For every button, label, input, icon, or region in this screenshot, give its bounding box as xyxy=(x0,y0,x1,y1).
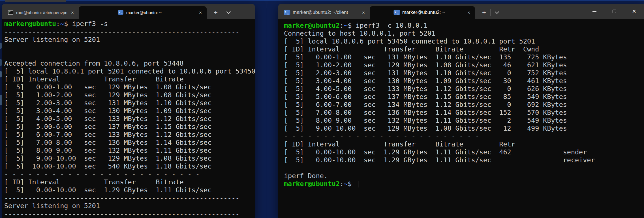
chevron-down-icon xyxy=(495,10,499,14)
terminal-text: ----------------------------------------… xyxy=(4,28,239,36)
terminal-text: $ iperf3 -c 10.8.0.1 xyxy=(348,21,427,29)
terminal-text: marker@ubuntu xyxy=(4,20,56,28)
terminal-line: [ 5] 8.00-9.00 sec 132 MBytes 1.11 Gbits… xyxy=(284,116,644,124)
terminal-text: $ iperf3 -s xyxy=(64,20,108,28)
tab-title: marker@ubuntu2: ~ xyxy=(402,10,445,15)
powershell-icon: › xyxy=(118,10,123,15)
terminal-text: [ ID] Interval Transfer Bitrate xyxy=(4,178,184,186)
terminal-line: ----------------------------------------… xyxy=(4,194,255,202)
terminal-text: [ 5] 10.00-10.00 sec 540 KBytes 1.18 Gbi… xyxy=(4,162,211,170)
maximize-icon xyxy=(613,10,616,13)
terminal-text: [ 5] 0.00-1.00 sec 131 MBytes 1.10 Gbits… xyxy=(284,53,567,61)
terminal-line: [ 5] 8.00-9.00 sec 132 MBytes 1.11 Gbits… xyxy=(4,146,255,154)
terminal-text: Connecting to host 10.8.0.1, port 5201 xyxy=(284,29,435,37)
terminal-line: Server listening on 5201 xyxy=(4,36,255,44)
terminal-text: [ ID] Interval Transfer Bitrate Retr Cwn… xyxy=(284,45,539,53)
tab-marker-ubuntu2-client[interactable]: ›marker@ubuntu2: ~/client× xyxy=(281,6,370,19)
terminal-window-server: ›_root@ubuntu: /etc/openvpn×›marker@ubun… xyxy=(2,4,255,218)
terminal-line: [ 5] 6.00-7.00 sec 134 MBytes 1.12 Gbits… xyxy=(284,101,644,109)
terminal-text: [ 5] 6.00-7.00 sec 133 MBytes 1.12 Gbits… xyxy=(4,131,211,139)
terminal-line: [ 5] 2.00-3.00 sec 131 MBytes 1.10 Gbits… xyxy=(4,99,255,107)
tab-marker-ubuntu2-[interactable]: ›marker@ubuntu2: ~× xyxy=(370,6,475,19)
tabbar-divider xyxy=(222,9,222,16)
terminal-line: [ ID] Interval Transfer Bitrate Retr xyxy=(284,140,644,148)
terminal-output-server[interactable]: marker@ubuntu:~$ iperf3 -s--------------… xyxy=(2,19,255,218)
terminal-text: [ 5] 7.00-8.00 sec 136 MBytes 1.14 Gbits… xyxy=(4,139,211,146)
tab-close-button[interactable]: × xyxy=(466,10,471,15)
terminal-text: [ 5] 0.00-10.00 sec 1.29 GBytes 1.11 Gbi… xyxy=(284,156,595,164)
terminal-line: [ 5] 9.00-10.00 sec 129 MBytes 1.08 Gbit… xyxy=(4,154,255,162)
terminal-text: [ 5] local 10.8.0.1 port 5201 connected … xyxy=(4,67,255,75)
powershell-icon: › xyxy=(284,10,290,15)
terminal-text: [ 5] 4.00-5.00 sec 133 MBytes 1.12 Gbits… xyxy=(284,85,567,93)
terminal-line: [ 5] 7.00-8.00 sec 136 MBytes 1.14 Gbits… xyxy=(4,139,255,146)
terminal-text: [ ID] Interval Transfer Bitrate Retr xyxy=(284,140,515,148)
tab-dropdown-button[interactable] xyxy=(223,6,234,19)
terminal-text: ----------------------------------------… xyxy=(4,194,239,202)
terminal-line: [ 5] 4.00-5.00 sec 133 MBytes 1.12 Gbits… xyxy=(4,115,255,123)
powershell-icon: › xyxy=(394,10,400,15)
tab-close-button[interactable]: × xyxy=(198,10,203,15)
terminal-line: [ 5] 3.00-4.00 sec 130 MBytes 1.09 Gbits… xyxy=(284,77,644,85)
terminal-output-client[interactable]: marker@ubuntu2:~$ iperf3 -c 10.8.0.1Conn… xyxy=(278,19,644,218)
terminal-text: [ 5] 7.00-8.00 sec 136 MBytes 1.14 Gbits… xyxy=(284,109,567,116)
terminal-line: ----------------------------------------… xyxy=(4,44,255,51)
tab-close-button[interactable]: × xyxy=(70,10,75,15)
terminal-line: [ ID] Interval Transfer Bitrate Retr Cwn… xyxy=(284,45,644,53)
terminal-text: ~ xyxy=(344,180,348,188)
terminal-text: [ 5] 6.00-7.00 sec 134 MBytes 1.12 Gbits… xyxy=(284,101,567,109)
terminal-window-client: ›marker@ubuntu2: ~/client×›marker@ubuntu… xyxy=(278,4,644,218)
terminal-line: [ 5] local 10.8.0.1 port 5201 connected … xyxy=(4,67,255,75)
terminal-text: : xyxy=(340,180,344,188)
terminal-line: [ 5] 1.00-2.00 sec 129 MBytes 1.08 Gbits… xyxy=(284,61,644,69)
terminal-line: [ 5] 2.00-3.00 sec 131 MBytes 1.10 Gbits… xyxy=(284,69,644,77)
terminal-line xyxy=(284,164,644,172)
terminal-text: [ 5] 1.00-2.00 sec 129 MBytes 1.08 Gbits… xyxy=(4,91,211,99)
terminal-line: [ 5] 6.00-7.00 sec 133 MBytes 1.12 Gbits… xyxy=(4,131,255,139)
terminal-line: Server listening on 5201 xyxy=(4,202,255,210)
terminal-text: [ 5] 8.00-9.00 sec 132 MBytes 1.11 Gbits… xyxy=(284,116,567,124)
terminal-text: $ xyxy=(348,180,356,188)
tab-dropdown-button[interactable] xyxy=(492,6,502,19)
terminal-line: [ 5] 7.00-8.00 sec 136 MBytes 1.14 Gbits… xyxy=(284,109,644,116)
terminal-text: marker@ubuntu2 xyxy=(284,180,340,188)
tab-marker-ubuntu-[interactable]: ›marker@ubuntu: ~× xyxy=(79,6,207,19)
terminal-line: [ 5] 9.00-10.00 sec 129 MBytes 1.08 Gbit… xyxy=(284,124,644,132)
terminal-line: marker@ubuntu:~$ iperf3 -s xyxy=(4,20,255,28)
tab-title: marker@ubuntu: ~ xyxy=(126,10,162,15)
terminal-line: [ 5] 0.00-10.00 sec 1.29 GBytes 1.11 Gbi… xyxy=(284,148,644,156)
terminal-text: ----------------------------------------… xyxy=(4,210,239,218)
terminal-text: - - - - - - - - - - - - - - - - - - - - … xyxy=(284,132,479,140)
terminal-line: ----------------------------------------… xyxy=(4,210,255,218)
terminal-text: [ 5] 0.00-1.00 sec 129 MBytes 1.08 Gbits… xyxy=(4,83,211,91)
tab-close-button[interactable]: × xyxy=(361,10,366,15)
terminal-text: marker@ubuntu2 xyxy=(284,21,340,29)
terminal-text: [ 5] 4.00-5.00 sec 133 MBytes 1.12 Gbits… xyxy=(4,115,211,123)
terminal-text: [ 5] 5.00-6.00 sec 137 MBytes 1.15 Gbits… xyxy=(284,93,567,101)
terminal-text: ----------------------------------------… xyxy=(4,44,239,51)
terminal-text: [ ID] Interval Transfer Bitrate xyxy=(4,75,184,83)
terminal-line: [ 5] local 10.8.0.6 port 53450 connected… xyxy=(284,37,644,45)
tab-strip: ›marker@ubuntu2: ~/client×›marker@ubuntu… xyxy=(281,4,475,19)
terminal-line: [ 5] 10.00-10.00 sec 540 KBytes 1.18 Gbi… xyxy=(4,162,255,170)
terminal-bash-icon: ›_ xyxy=(8,10,13,15)
terminal-line: marker@ubuntu2:~$ iperf3 -c 10.8.0.1 xyxy=(284,21,644,29)
terminal-text: [ 5] 1.00-2.00 sec 129 MBytes 1.08 Gbits… xyxy=(284,61,567,69)
terminal-line: [ 5] 0.00-10.00 sec 1.29 GBytes 1.11 Gbi… xyxy=(4,186,255,194)
maximize-button[interactable] xyxy=(604,4,624,19)
terminal-line: ----------------------------------------… xyxy=(4,28,255,36)
tab-root-ubuntu-etc-openvpn[interactable]: ›_root@ubuntu: /etc/openvpn× xyxy=(4,6,79,19)
minimize-icon xyxy=(592,11,596,12)
terminal-text: [ 5] 9.00-10.00 sec 129 MBytes 1.08 Gbit… xyxy=(284,124,567,132)
terminal-cursor xyxy=(358,181,358,187)
terminal-text: [ 5] 2.00-3.00 sec 131 MBytes 1.10 Gbits… xyxy=(284,69,567,77)
minimize-button[interactable] xyxy=(585,4,604,19)
terminal-line: [ 5] 0.00-1.00 sec 131 MBytes 1.10 Gbits… xyxy=(284,53,644,61)
new-tab-button[interactable]: + xyxy=(479,6,489,19)
terminal-line xyxy=(4,51,255,59)
desktop-top-accent xyxy=(0,0,644,1)
new-tab-button[interactable]: + xyxy=(211,6,221,19)
terminal-text: [ 5] 0.00-10.00 sec 1.29 GBytes 1.11 Gbi… xyxy=(4,186,211,194)
close-button[interactable]: × xyxy=(624,4,644,19)
terminal-line: [ 5] 5.00-6.00 sec 137 MBytes 1.15 Gbits… xyxy=(4,123,255,131)
